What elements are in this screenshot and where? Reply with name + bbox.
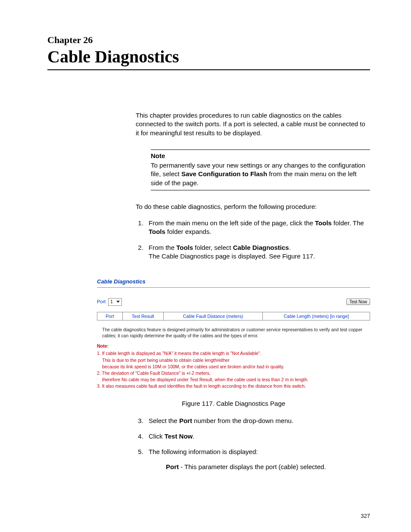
figure-note-2b: therefore No cable may be displayed unde…	[102, 376, 370, 383]
page-number: 327	[361, 513, 370, 519]
figure-heading: Cable Diagnostics	[97, 278, 370, 288]
step2-text-a: From the	[149, 244, 176, 251]
figure-note-2a: 2. The deviation of "Cable Fault Distanc…	[97, 370, 211, 376]
figure-note-1b: This is due to the port being unable to …	[102, 357, 370, 364]
note-bottom-rule	[151, 190, 370, 190]
note-text-bold: Save Configuration to Flash	[181, 170, 267, 177]
figure-note-1c: because its link speed is 10M or 100M, o…	[102, 364, 370, 370]
step-3: Select the Port number from the drop-dow…	[145, 417, 370, 425]
note-top-rule	[151, 149, 370, 150]
title-divider	[47, 69, 370, 70]
figure-note-1a: 1. If cable length is displayed as "N/A"…	[97, 351, 261, 356]
port-dropdown-value: 1	[110, 299, 113, 305]
step5-sub-bold-port: Port	[166, 463, 179, 470]
figure-notes: Note: 1. If cable length is displayed as…	[97, 343, 370, 390]
step1-text-b: folder. The	[332, 219, 364, 227]
step3-text-a: Select the	[149, 417, 179, 424]
step2-text-d: The Cable Diagnostics page is displayed.…	[149, 252, 315, 260]
step2-bold-tools: Tools	[176, 244, 193, 251]
step4-bold-testnow: Test Now	[165, 432, 193, 440]
step1-bold-tools-2: Tools	[149, 228, 165, 235]
chapter-label: Chapter 26	[47, 34, 370, 46]
figure-description: The cable diagnostics feature is designe…	[102, 327, 370, 339]
figure-117: Cable Diagnostics Port 1 Test Now Port T…	[97, 278, 370, 408]
step1-bold-tools: Tools	[315, 219, 332, 227]
step-1: From the main menu on the left side of t…	[145, 219, 370, 236]
figure-note-3: 3. It also measures cable fault and iden…	[97, 383, 306, 389]
col-cable-length: Cable Length (meters) [in range]	[263, 312, 370, 320]
step4-text-b: .	[193, 432, 194, 440]
port-label: Port	[97, 299, 106, 305]
step1-text-a: From the main menu on the left side of t…	[149, 219, 315, 227]
step2-bold-cd: Cable Diagnostics	[233, 244, 289, 251]
port-dropdown[interactable]: 1	[108, 298, 122, 306]
col-fault-distance: Cable Fault Distance (meters)	[163, 312, 263, 320]
step5-sub-text: - This parameter displays the port (cabl…	[179, 463, 326, 470]
col-test-result: Test Result	[123, 312, 164, 320]
figure-caption: Figure 117. Cable Diagnostics Page	[97, 399, 370, 408]
intro-paragraph: This chapter provides procedures to run …	[136, 111, 370, 137]
step2-text-b: folder, select	[193, 244, 233, 251]
col-port: Port	[97, 312, 123, 320]
note-text: To permanently save your new settings or…	[151, 161, 370, 187]
step5-text: The following information is displayed:	[149, 448, 258, 455]
step3-text-b: number from the drop-down menu.	[192, 417, 293, 424]
step-2: From the Tools folder, select Cable Diag…	[145, 243, 370, 261]
step1-text-c: folder expands.	[165, 228, 212, 235]
test-now-button[interactable]: Test Now	[346, 299, 370, 305]
lead-in-text: To do these cable diagnostics, perform t…	[136, 202, 370, 211]
step4-text-a: Click	[149, 432, 165, 440]
figure-note-label: Note:	[97, 343, 370, 349]
step-4: Click Test Now.	[145, 432, 370, 441]
chevron-down-icon	[116, 301, 120, 303]
step-5: The following information is displayed: …	[145, 448, 370, 471]
note-label: Note	[151, 152, 370, 160]
step2-text-c: .	[289, 244, 291, 251]
step3-bold-port: Port	[179, 417, 192, 424]
page-title: Cable Diagnostics	[47, 47, 370, 67]
results-table: Port Test Result Cable Fault Distance (m…	[97, 312, 370, 320]
note-block: Note To permanently save your new settin…	[151, 149, 370, 190]
